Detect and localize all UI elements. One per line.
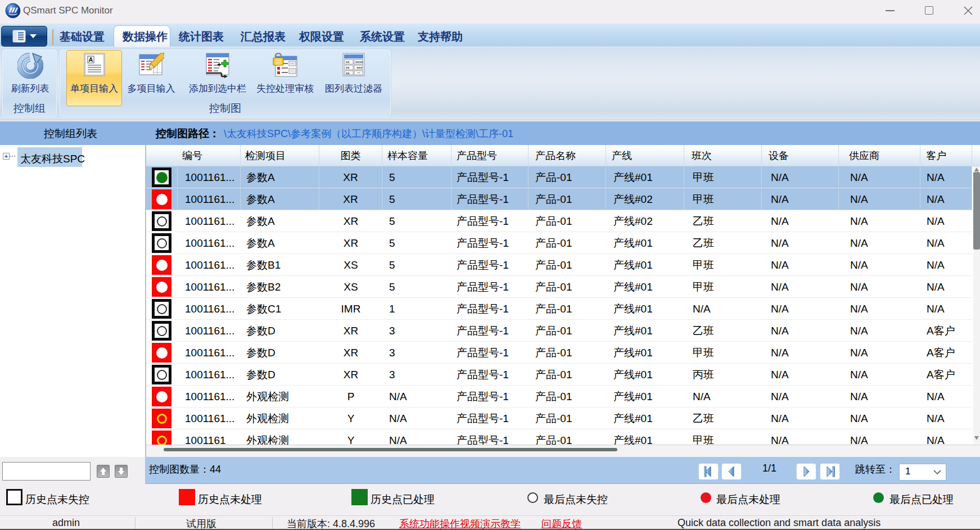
svg-text:xxx: xxx xyxy=(356,66,363,69)
svg-text:A: A xyxy=(88,56,93,63)
svg-text:xx: xx xyxy=(346,71,350,75)
svg-text:xxxx: xxxx xyxy=(355,60,363,64)
svg-text:xx: xx xyxy=(346,66,350,69)
svg-text:—: — xyxy=(357,71,360,74)
svg-text:xx: xx xyxy=(346,60,350,64)
